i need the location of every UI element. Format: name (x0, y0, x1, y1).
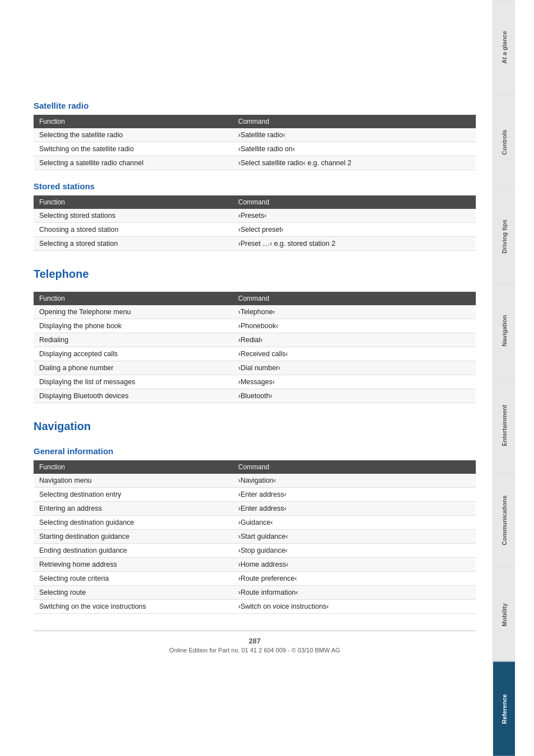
side-tab-driving-tips[interactable]: Driving tips (493, 189, 515, 284)
telephone-table: Function Command Opening the Telephone m… (34, 292, 476, 403)
command-cell: ›Satellite radio‹ (233, 128, 476, 142)
satellite-radio-section: Satellite radio Function Command Selecti… (34, 101, 476, 170)
command-cell: ›Satellite radio on‹ (233, 142, 476, 156)
telephone-title: Telephone (34, 268, 476, 283)
side-tab-controls[interactable]: Controls (493, 95, 515, 189)
function-cell: Selecting route criteria (34, 572, 233, 586)
table-row: Displaying the phone book›Phonebook‹ (34, 319, 476, 333)
command-cell: ›Received calls‹ (233, 347, 476, 361)
navigation-section: Navigation General information Function … (34, 420, 476, 614)
command-cell: ›Switch on voice instructions‹ (233, 600, 476, 614)
command-cell: ›Route preference‹ (233, 572, 476, 586)
function-cell: Displaying the phone book (34, 319, 233, 333)
function-cell: Displaying the list of messages (34, 375, 233, 389)
stored-stations-col-function: Function (34, 195, 233, 209)
side-tab-navigation[interactable]: Navigation (493, 283, 515, 378)
side-tab-reference[interactable]: Reference (493, 661, 515, 756)
page-number: 287 (34, 637, 476, 645)
table-row: Switching on the satellite radio›Satelli… (34, 142, 476, 156)
command-cell: ›Dial number‹ (233, 361, 476, 375)
table-row: Selecting a stored station›Preset …‹ e.g… (34, 237, 476, 251)
function-cell: Retrieving home address (34, 558, 233, 572)
function-cell: Selecting a stored station (34, 237, 233, 251)
function-cell: Ending destination guidance (34, 544, 233, 558)
general-info-col-command: Command (233, 460, 476, 474)
table-row: Switching on the voice instructions›Swit… (34, 600, 476, 614)
command-cell: ›Select preset‹ (233, 223, 476, 237)
command-cell: ›Redial‹ (233, 333, 476, 347)
command-cell: ›Route information‹ (233, 586, 476, 600)
command-cell: ›Navigation‹ (233, 474, 476, 488)
top-spacer (34, 22, 476, 90)
function-cell: Selecting a satellite radio channel (34, 156, 233, 170)
telephone-section: Telephone Function Command Opening the T… (34, 268, 476, 403)
side-tabs: At a glance Controls Driving tips Naviga… (493, 0, 515, 756)
footer-text: Online Edition for Part no. 01 41 2 604 … (169, 647, 340, 654)
table-row: Selecting destination guidance›Guidance‹ (34, 516, 476, 530)
table-row: Starting destination guidance›Start guid… (34, 530, 476, 544)
side-tab-mobility[interactable]: Mobility (493, 567, 515, 662)
stored-stations-col-command: Command (233, 195, 476, 209)
table-row: Displaying accepted calls›Received calls… (34, 347, 476, 361)
general-info-section: General information Function Command Nav… (34, 446, 476, 614)
command-cell: ›Start guidance‹ (233, 530, 476, 544)
table-row: Selecting the satellite radio›Satellite … (34, 128, 476, 142)
telephone-header-row: Function Command (34, 292, 476, 305)
general-info-col-function: Function (34, 460, 233, 474)
function-cell: Navigation menu (34, 474, 233, 488)
command-cell: ›Bluetooth‹ (233, 389, 476, 403)
table-row: Selecting stored stations›Presets‹ (34, 209, 476, 223)
table-row: Retrieving home address›Home address‹ (34, 558, 476, 572)
command-cell: ›Enter address‹ (233, 488, 476, 502)
page-footer: 287 Online Edition for Part no. 01 41 2 … (34, 631, 476, 654)
general-info-header-row: Function Command (34, 460, 476, 474)
stored-stations-section: Stored stations Function Command Selecti… (34, 181, 476, 251)
telephone-tbody: Opening the Telephone menu›Telephone‹Dis… (34, 305, 476, 403)
function-cell: Switching on the satellite radio (34, 142, 233, 156)
function-cell: Selecting destination entry (34, 488, 233, 502)
command-cell: ›Telephone‹ (233, 305, 476, 319)
function-cell: Choosing a stored station (34, 223, 233, 237)
function-cell: Dialing a phone number (34, 361, 233, 375)
side-tab-at-a-glance[interactable]: At a glance (493, 0, 515, 95)
main-content: Satellite radio Function Command Selecti… (0, 0, 493, 756)
function-cell: Displaying accepted calls (34, 347, 233, 361)
function-cell: Entering an address (34, 502, 233, 516)
general-info-table: Function Command Navigation menu›Navigat… (34, 460, 476, 614)
table-row: Selecting destination entry›Enter addres… (34, 488, 476, 502)
satellite-radio-table: Function Command Selecting the satellite… (34, 115, 476, 170)
command-cell: ›Guidance‹ (233, 516, 476, 530)
function-cell: Selecting route (34, 586, 233, 600)
stored-stations-title: Stored stations (34, 181, 476, 191)
table-row: Navigation menu›Navigation‹ (34, 474, 476, 488)
side-tab-communications[interactable]: Communications (493, 473, 515, 567)
telephone-col-command: Command (233, 292, 476, 305)
table-row: Ending destination guidance›Stop guidanc… (34, 544, 476, 558)
function-cell: Opening the Telephone menu (34, 305, 233, 319)
function-cell: Redialing (34, 333, 233, 347)
table-row: Choosing a stored station›Select preset‹ (34, 223, 476, 237)
satellite-radio-header-row: Function Command (34, 115, 476, 128)
table-row: Selecting a satellite radio channel›Sele… (34, 156, 476, 170)
table-row: Displaying the list of messages›Messages… (34, 375, 476, 389)
stored-stations-header-row: Function Command (34, 195, 476, 209)
general-info-tbody: Navigation menu›Navigation‹Selecting des… (34, 474, 476, 614)
table-row: Opening the Telephone menu›Telephone‹ (34, 305, 476, 319)
satellite-radio-tbody: Selecting the satellite radio›Satellite … (34, 128, 476, 170)
telephone-col-function: Function (34, 292, 233, 305)
general-info-title: General information (34, 446, 476, 456)
command-cell: ›Preset …‹ e.g. stored station 2 (233, 237, 476, 251)
table-row: Redialing›Redial‹ (34, 333, 476, 347)
command-cell: ›Stop guidance‹ (233, 544, 476, 558)
side-tab-entertainment[interactable]: Entertainment (493, 378, 515, 473)
table-row: Selecting route›Route information‹ (34, 586, 476, 600)
command-cell: ›Messages‹ (233, 375, 476, 389)
function-cell: Selecting the satellite radio (34, 128, 233, 142)
stored-stations-tbody: Selecting stored stations›Presets‹Choosi… (34, 209, 476, 251)
table-row: Displaying Bluetooth devices›Bluetooth‹ (34, 389, 476, 403)
satellite-radio-col-command: Command (233, 115, 476, 128)
table-row: Selecting route criteria›Route preferenc… (34, 572, 476, 586)
function-cell: Starting destination guidance (34, 530, 233, 544)
table-row: Dialing a phone number›Dial number‹ (34, 361, 476, 375)
command-cell: ›Presets‹ (233, 209, 476, 223)
